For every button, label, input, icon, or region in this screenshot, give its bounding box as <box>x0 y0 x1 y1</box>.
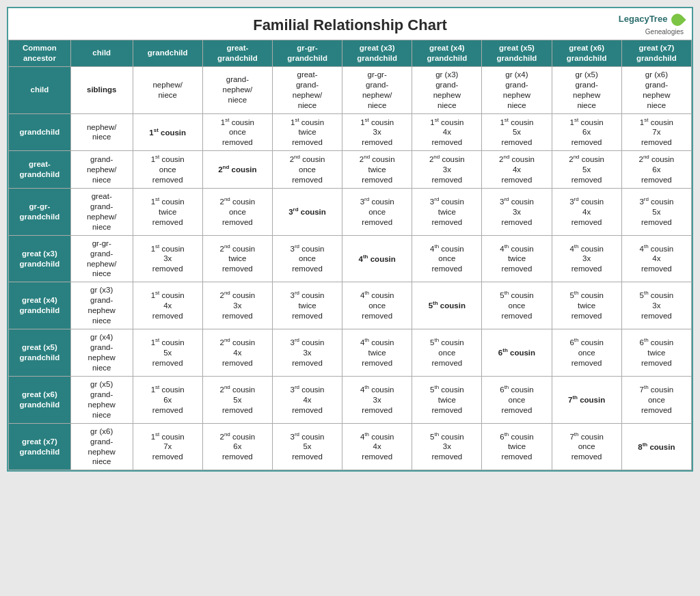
header-ggchild: great-grandchild <box>202 40 272 67</box>
cell-2-3: 2nd cousinonceremoved <box>272 151 342 189</box>
cell-4-5: 4th cousinonceremoved <box>412 235 482 282</box>
cell-5-2: 2nd cousin3xremoved <box>202 282 272 329</box>
cell-7-2: 2nd cousin5xremoved <box>202 376 272 423</box>
cell-7-1: 1st cousin6xremoved <box>133 376 202 423</box>
cell-3-7: 3rd cousin4xremoved <box>552 188 621 235</box>
cell-8-2: 2nd cousin6xremoved <box>202 423 272 470</box>
header-g4child: great (x4)grandchild <box>412 40 482 67</box>
cell-7-0: gr (x5)grand-nephewniece <box>70 376 133 423</box>
row-header-7: great (x6)grandchild <box>9 376 71 423</box>
table-row: great (x6)grandchildgr (x5)grand-nephewn… <box>9 376 692 423</box>
cell-3-6: 3rd cousin3xremoved <box>482 188 552 235</box>
cell-5-7: 5th cousintwiceremoved <box>552 282 621 329</box>
cell-0-3: great-grand-nephew/niece <box>272 66 342 113</box>
cell-2-8: 2nd cousin6xremoved <box>621 151 691 189</box>
row-header-2: great-grandchild <box>9 151 71 189</box>
cell-4-6: 4th cousintwiceremoved <box>482 235 552 282</box>
header-grandchild: grandchild <box>133 40 202 67</box>
cell-5-8: 5th cousin3xremoved <box>621 282 691 329</box>
header-g7child: great (x7)grandchild <box>621 40 691 67</box>
cell-8-0: gr (x6)grand-nephewniece <box>70 423 133 470</box>
table-row: gr-gr-grandchildgreat-grand-nephew/niece… <box>9 188 692 235</box>
header-row: Commonancestor child grandchild great-gr… <box>9 40 692 67</box>
cell-4-7: 4th cousin3xremoved <box>552 235 621 282</box>
row-header-0: child <box>9 66 71 113</box>
table-row: great (x7)grandchildgr (x6)grand-nephewn… <box>9 423 692 470</box>
cell-1-3: 1st cousintwiceremoved <box>272 113 342 151</box>
logo-text: LegacyTree Genealogies <box>619 14 684 36</box>
cell-5-0: gr (x3)grand-nephewniece <box>70 282 133 329</box>
row-header-5: great (x4)grandchild <box>9 282 71 329</box>
cell-6-3: 3rd cousin3xremoved <box>272 329 342 377</box>
cell-4-2: 2nd cousintwiceremoved <box>202 235 272 282</box>
row-header-8: great (x7)grandchild <box>9 423 71 470</box>
cell-3-5: 3rd cousintwiceremoved <box>412 188 482 235</box>
cell-0-6: gr (x4)grand-nephewniece <box>482 66 552 113</box>
cell-7-6: 6th cousinonceremoved <box>482 376 552 423</box>
table-row: great (x3)grandchildgr-gr-grand-nephew/n… <box>9 235 692 282</box>
cell-3-4: 3rd cousinonceremoved <box>342 188 412 235</box>
cell-3-1: 1st cousintwiceremoved <box>133 188 202 235</box>
chart-wrapper: Familial Relationship Chart LegacyTree G… <box>7 7 693 472</box>
cell-6-8: 6th cousintwiceremoved <box>621 329 691 377</box>
cell-8-6: 6th cousintwiceremoved <box>482 423 552 470</box>
cell-0-0: siblings <box>70 66 133 113</box>
table-row: childsiblingsnephew/niecegrand-nephew/ni… <box>9 66 692 113</box>
cell-1-6: 1st cousin5xremoved <box>482 113 552 151</box>
cell-3-8: 3rd cousin5xremoved <box>621 188 691 235</box>
cell-3-3: 3rd cousin <box>272 188 342 235</box>
header-child: child <box>70 40 133 67</box>
cell-5-6: 5th cousinonceremoved <box>482 282 552 329</box>
cell-8-7: 7th cousinonceremoved <box>552 423 621 470</box>
cell-0-8: gr (x6)grand-nephewniece <box>621 66 691 113</box>
cell-4-1: 1st cousin3xremoved <box>133 235 202 282</box>
cell-3-0: great-grand-nephew/niece <box>70 188 133 235</box>
cell-6-7: 6th cousinonceremoved <box>552 329 621 377</box>
cell-3-2: 2nd cousinonceremoved <box>202 188 272 235</box>
cell-1-1: 1st cousin <box>133 113 202 151</box>
row-header-4: great (x3)grandchild <box>9 235 71 282</box>
cell-8-4: 4th cousin4xremoved <box>342 423 412 470</box>
cell-7-7: 7th cousin <box>552 376 621 423</box>
cell-0-5: gr (x3)grand-nephewniece <box>412 66 482 113</box>
cell-7-8: 7th cousinonceremoved <box>621 376 691 423</box>
cell-5-5: 5th cousin <box>412 282 482 329</box>
row-header-3: gr-gr-grandchild <box>9 188 71 235</box>
cell-2-5: 2nd cousin3xremoved <box>412 151 482 189</box>
logo-leaf-icon <box>669 11 686 28</box>
cell-6-2: 2nd cousin4xremoved <box>202 329 272 377</box>
cell-2-6: 2nd cousin4xremoved <box>482 151 552 189</box>
cell-5-4: 4th cousinonceremoved <box>342 282 412 329</box>
cell-1-7: 1st cousin6xremoved <box>552 113 621 151</box>
header-ancestor: Commonancestor <box>9 40 71 67</box>
cell-0-2: grand-nephew/niece <box>202 66 272 113</box>
header-g5child: great (x5)grandchild <box>482 40 552 67</box>
row-header-1: grandchild <box>9 113 71 151</box>
cell-1-0: nephew/niece <box>70 113 133 151</box>
header-g6child: great (x6)grandchild <box>552 40 621 67</box>
cell-7-4: 4th cousin3xremoved <box>342 376 412 423</box>
cell-5-3: 3rd cousintwiceremoved <box>272 282 342 329</box>
cell-7-5: 5th cousintwiceremoved <box>412 376 482 423</box>
cell-2-1: 1st cousinonceremoved <box>133 151 202 189</box>
row-header-6: great (x5)grandchild <box>9 329 71 377</box>
cell-1-5: 1st cousin4xremoved <box>412 113 482 151</box>
table-row: grandchildnephew/niece1st cousin1st cous… <box>9 113 692 151</box>
cell-1-4: 1st cousin3xremoved <box>342 113 412 151</box>
cell-2-4: 2nd cousintwiceremoved <box>342 151 412 189</box>
cell-0-1: nephew/niece <box>133 66 202 113</box>
cell-0-7: gr (x5)grand-nephewniece <box>552 66 621 113</box>
chart-title: Familial Relationship Chart <box>253 16 447 34</box>
table-row: great (x4)grandchildgr (x3)grand-nephewn… <box>9 282 692 329</box>
cell-0-4: gr-gr-grand-nephew/niece <box>342 66 412 113</box>
cell-2-0: grand-nephew/niece <box>70 151 133 189</box>
logo: LegacyTree Genealogies <box>619 14 684 37</box>
cell-5-1: 1st cousin4xremoved <box>133 282 202 329</box>
cell-4-4: 4th cousin <box>342 235 412 282</box>
cell-2-2: 2nd cousin <box>202 151 272 189</box>
title-bar: Familial Relationship Chart LegacyTree G… <box>8 8 692 40</box>
cell-6-0: gr (x4)grand-nephewniece <box>70 329 133 377</box>
table-row: great-grandchildgrand-nephew/niece1st co… <box>9 151 692 189</box>
cell-8-1: 1st cousin7xremoved <box>133 423 202 470</box>
cell-1-8: 1st cousin7xremoved <box>621 113 691 151</box>
